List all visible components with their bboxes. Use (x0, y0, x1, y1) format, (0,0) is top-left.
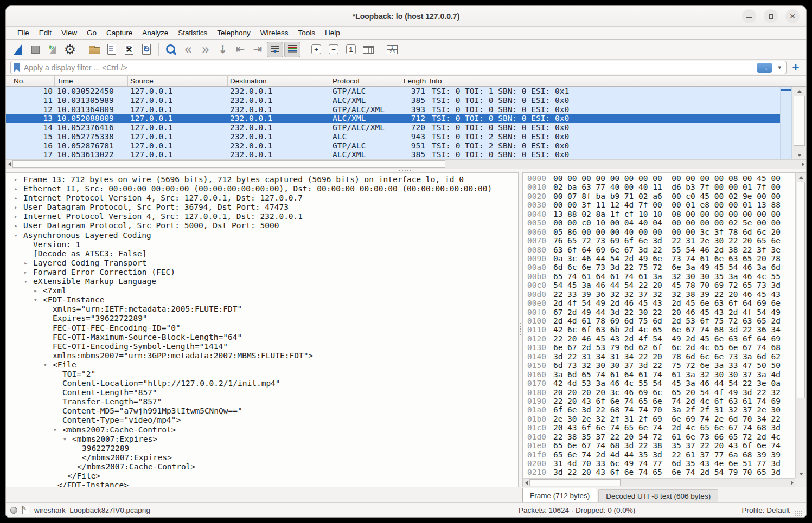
menu-capture[interactable]: Capture (101, 28, 137, 38)
zoom-in-button[interactable] (308, 42, 324, 57)
hex-row-0030[interactable]: 003000 00 3f 11 12 4d 7f 00 00 01 e8 00 … (527, 201, 795, 209)
colorize-button[interactable] (284, 42, 300, 57)
expander-right-icon[interactable] (12, 175, 23, 184)
detail-row[interactable]: TOI="2" (6, 370, 518, 379)
detail-row[interactable]: Expires="3962272289" (6, 314, 518, 323)
packet-row-17[interactable]: 1710.053613022127.0.0.1232.0.0.1ALC/XML3… (6, 150, 780, 159)
scroll-up-icon[interactable] (792, 87, 806, 95)
hex-row-0190[interactable]: 019022 20 43 6f 6e 74 65 6e 74 2d 4c 6f … (527, 397, 795, 405)
expander-right-icon[interactable] (22, 268, 33, 277)
column-header-destination[interactable]: Destination (228, 76, 330, 86)
detail-row[interactable]: Layered Coding Transport (6, 259, 518, 268)
hex-row-01e0[interactable]: 01e065 6e 67 74 68 3d 22 38 35 37 22 20 … (527, 441, 795, 450)
packet-row-12[interactable]: 1210.031364809127.0.0.1232.0.0.1GTP/ALC/… (6, 105, 780, 114)
detail-row[interactable]: Frame 13: 712 bytes on wire (5696 bits),… (6, 175, 518, 184)
hex-row-00b0[interactable]: 00b065 74 61 64 61 74 61 3a 32 30 30 35 … (527, 272, 795, 281)
hex-row-0210[interactable]: 02103d 22 20 43 6f 6e 74 65 6e 74 2d 54 … (527, 468, 795, 476)
expander-down-icon[interactable] (22, 277, 33, 286)
filter-text-field[interactable] (24, 63, 753, 72)
detail-row[interactable]: xmlns="urn:IETF:metadata:2005:FLUTE:FDT" (6, 305, 518, 314)
detail-row[interactable]: User Datagram Protocol, Src Port: 5000, … (6, 221, 518, 230)
hex-row-0060[interactable]: 006005 86 00 00 00 40 00 00 00 00 3c 3f … (527, 228, 795, 236)
hex-row-0130[interactable]: 01306e 67 2d 53 79 6d 62 6f 6c 2d 4c 65 … (527, 343, 795, 352)
vscroll-thumb[interactable] (794, 96, 805, 146)
hex-row-0150[interactable]: 01506d 73 32 30 30 37 3d 22 75 72 6e 3a … (527, 361, 795, 370)
hex-row-0000[interactable]: 000000 00 00 00 00 00 00 00 00 00 00 00 … (527, 174, 795, 183)
start-capture-button[interactable] (10, 42, 26, 57)
scroll-down-icon[interactable] (796, 469, 806, 478)
menu-tools[interactable]: Tools (293, 28, 321, 38)
stop-capture-button[interactable] (27, 42, 43, 57)
resize-columns-button[interactable] (360, 42, 376, 57)
maximize-button[interactable] (764, 9, 778, 23)
menu-go[interactable]: Go (82, 28, 101, 38)
column-header-source[interactable]: Source (128, 76, 228, 86)
open-file-button[interactable] (86, 42, 103, 57)
go-back-button[interactable] (180, 42, 196, 57)
expander-down-icon[interactable] (61, 435, 72, 444)
detail-row[interactable]: Internet Protocol Version 4, Src: 127.0.… (6, 212, 518, 221)
detail-row[interactable]: <FDT-Instance (6, 295, 518, 305)
expander-down-icon[interactable] (12, 231, 23, 240)
hscroll-thumb[interactable] (12, 160, 445, 168)
detail-row[interactable]: [Decode as ATSC3: False] (6, 249, 518, 259)
hex-hscrollbar[interactable] (523, 478, 795, 487)
filter-dropdown-caret-icon[interactable] (778, 64, 781, 71)
column-header-protocol[interactable]: Protocol (330, 76, 401, 86)
packet-list-hscrollbar[interactable] (6, 159, 806, 169)
hex-row-01c0[interactable]: 01c020 43 6f 6e 74 65 6e 74 2d 4c 65 6e … (527, 423, 795, 432)
detail-row[interactable]: Forward Error Correction (FEC) (6, 268, 518, 277)
zoom-out-button[interactable] (325, 42, 342, 57)
hex-row-0160[interactable]: 01603a 6d 65 74 61 64 61 74 61 3a 32 30 … (527, 370, 795, 379)
detail-row[interactable]: Internet Protocol Version 4, Src: 127.0.… (6, 193, 518, 203)
menu-telephony[interactable]: Telephony (212, 28, 255, 38)
detail-row[interactable]: User Datagram Protocol, Src Port: 36794,… (6, 203, 518, 212)
zoom-normal-button[interactable] (343, 42, 359, 57)
detail-row[interactable]: Content-Type="video/mp4"> (6, 416, 518, 425)
detail-row[interactable]: FEC-OTI-Maximum-Source-Block-Length="64" (6, 333, 518, 342)
menu-help[interactable]: Help (320, 28, 345, 38)
minimize-button[interactable] (742, 9, 756, 23)
column-header-time[interactable]: Time (55, 76, 128, 86)
expander-right-icon[interactable] (12, 221, 23, 230)
menu-file[interactable]: File (12, 28, 34, 38)
horizontal-splitter[interactable] (6, 169, 806, 172)
expander-down-icon[interactable] (32, 295, 43, 305)
menu-edit[interactable]: Edit (34, 28, 56, 38)
packet-row-13[interactable]: 1310.052088809127.0.0.1232.0.0.1ALC/XML7… (6, 114, 780, 123)
menu-analyze[interactable]: Analyze (137, 28, 173, 38)
detail-row[interactable]: Asynchronous Layered Coding (6, 231, 518, 240)
go-to-packet-button[interactable] (215, 42, 231, 57)
detail-row[interactable]: FEC-OTI-Encoding-Symbol-Length="1414" (6, 342, 518, 351)
reload-file-button[interactable] (138, 42, 155, 57)
detail-row[interactable]: FEC-OTI-FEC-Encoding-ID="0" (6, 324, 518, 333)
expander-right-icon[interactable] (32, 286, 43, 295)
detail-row[interactable]: </mbms2007:Cache-Control> (6, 462, 518, 472)
expander-down-icon[interactable] (52, 425, 62, 435)
detail-row[interactable]: xmlns:mbms2007="urn:3GPP:metadata:2007:M… (6, 351, 518, 360)
vertical-splitter[interactable] (519, 172, 522, 487)
detail-row[interactable]: Content-Length="857" (6, 388, 518, 397)
hex-row-01d0[interactable]: 01d022 38 35 37 22 20 54 72 61 6e 73 66 … (527, 432, 795, 441)
expander-right-icon[interactable] (12, 212, 23, 221)
detail-row[interactable]: <?xml (6, 286, 518, 295)
tab-frame[interactable]: Frame (712 bytes) (522, 488, 597, 502)
vscroll-thumb[interactable] (797, 182, 805, 398)
hex-row-0080[interactable]: 008063 6f 64 69 6e 67 3d 22 55 54 46 2d … (527, 246, 795, 254)
hex-row-0010[interactable]: 001002 ba 63 77 40 00 40 11 d6 b3 7f 00 … (527, 183, 795, 191)
detail-row[interactable]: 3962272289 (6, 444, 518, 453)
hex-row-0140[interactable]: 01403d 22 31 34 31 34 22 20 78 6d 6c 6e … (527, 352, 795, 361)
detail-row[interactable]: </mbms2007:Expires> (6, 453, 518, 462)
detail-row[interactable]: Content-Location="http://127.0.0.2/1/ini… (6, 379, 518, 388)
hex-row-0050[interactable]: 005000 00 c0 10 00 04 40 04 00 00 00 00 … (527, 218, 795, 227)
detail-row[interactable]: Ethernet II, Src: 00:00:00_00:00:00 (00:… (6, 184, 518, 193)
close-button[interactable] (785, 9, 800, 23)
expander-right-icon[interactable] (12, 193, 23, 203)
detail-row[interactable]: Version: 1 (6, 240, 518, 249)
layout-123-button[interactable] (384, 42, 400, 57)
go-first-button[interactable] (232, 42, 248, 57)
resize-grip[interactable] (794, 511, 802, 517)
detail-row[interactable]: </FDT-Instance> (6, 481, 518, 487)
scroll-right-icon[interactable] (789, 479, 795, 487)
capture-options-button[interactable] (62, 42, 78, 57)
